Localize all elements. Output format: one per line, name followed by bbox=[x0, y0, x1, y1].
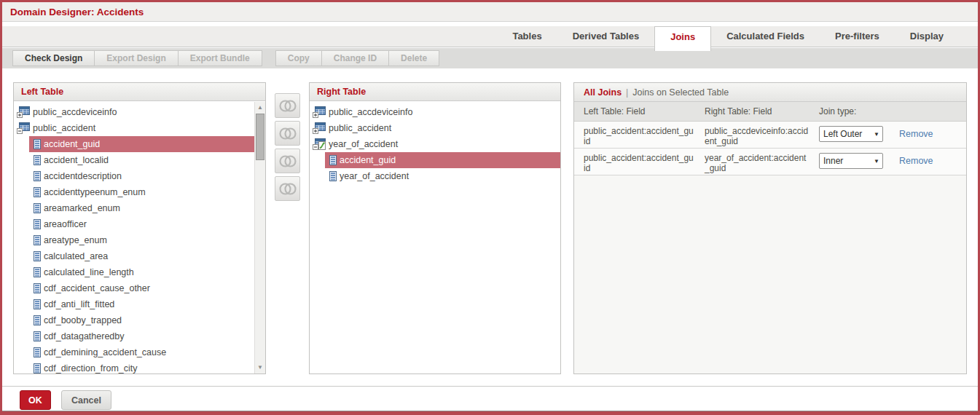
venn-circles-icon bbox=[278, 127, 297, 141]
tree-item-label: areatype_enum bbox=[44, 235, 107, 245]
export-bundle-button[interactable]: Export Bundle bbox=[178, 50, 262, 66]
tree-item-cdf-demining-accident-cause[interactable]: cdf_demining_accident_cause bbox=[29, 344, 254, 360]
left-field-cell: public_accident:accident_guid bbox=[584, 153, 695, 173]
joins-panel-header: All Joins|Joins on Selected Table bbox=[574, 83, 966, 102]
export-design-button[interactable]: Export Design bbox=[94, 50, 178, 66]
tree-item-cdf-accident-cause-other[interactable]: cdf_accident_cause_other bbox=[29, 280, 254, 296]
toolbar: Check DesignExport DesignExport Bundle C… bbox=[2, 48, 978, 68]
tab-joins[interactable]: Joins bbox=[654, 26, 711, 51]
tree-item-label: accident_guid bbox=[44, 139, 100, 149]
check-design-button[interactable]: Check Design bbox=[12, 50, 95, 66]
tree-item-year-of-accident[interactable]: year_of_accident bbox=[310, 136, 560, 152]
tree-item-label: accident_guid bbox=[340, 155, 396, 165]
tree-item-year-of-accident[interactable]: year_of_accident bbox=[325, 168, 560, 184]
scrollbar[interactable]: ▲ ▼ bbox=[254, 102, 265, 374]
copy-button[interactable]: Copy bbox=[275, 50, 322, 66]
tree-item-label: accidentdescription bbox=[44, 171, 122, 181]
left-table-tree: public_accdeviceinfopublic_accidentaccid… bbox=[14, 102, 265, 374]
tree-item-label: year_of_accident bbox=[340, 171, 409, 181]
change-id-button[interactable]: Change ID bbox=[321, 50, 389, 66]
window-bottom-border bbox=[2, 411, 978, 415]
right-field-cell: public_accdeviceinfo:accident_guid bbox=[705, 126, 810, 146]
tab-display[interactable]: Display bbox=[895, 26, 959, 47]
field-icon bbox=[329, 155, 337, 165]
all-joins-tab[interactable]: All Joins bbox=[584, 87, 622, 98]
tree-item-accident-localid[interactable]: accident_localid bbox=[29, 152, 254, 168]
tree-item-public-accdeviceinfo[interactable]: public_accdeviceinfo bbox=[14, 104, 254, 120]
tree-item-public-accdeviceinfo[interactable]: public_accdeviceinfo bbox=[310, 104, 560, 120]
tree-item-label: calculated_line_length bbox=[44, 267, 134, 277]
tree-item-areatype-enum[interactable]: areatype_enum bbox=[29, 232, 254, 248]
cancel-button[interactable]: Cancel bbox=[61, 390, 111, 410]
field-icon bbox=[34, 267, 41, 277]
tree-item-accident-guid[interactable]: accident_guid bbox=[29, 136, 254, 152]
join-type-button[interactable] bbox=[275, 93, 300, 118]
scroll-up-button[interactable]: ▲ bbox=[255, 103, 265, 113]
tree-item-label: accident_localid bbox=[44, 155, 109, 165]
venn-circles-icon bbox=[278, 99, 297, 113]
join-row: public_accident:accident_guidpublic_accd… bbox=[574, 122, 966, 149]
remove-link[interactable]: Remove bbox=[899, 156, 933, 166]
tree-item-calculated-area[interactable]: calculated_area bbox=[29, 248, 254, 264]
tree-item-label: cdf_direction_from_city bbox=[44, 363, 138, 374]
join-type-value: Inner bbox=[823, 156, 873, 166]
field-icon bbox=[34, 139, 41, 149]
tree-item-label: areamarked_enum bbox=[44, 203, 120, 213]
tab-calculated-fields[interactable]: Calculated Fields bbox=[711, 26, 820, 47]
scrollbar-thumb[interactable] bbox=[256, 114, 264, 160]
tree-item-public-accident[interactable]: public_accident bbox=[310, 120, 560, 136]
tree-item-label: accidenttypeenum_enum bbox=[44, 187, 146, 197]
tree-item-label: public_accdeviceinfo bbox=[329, 107, 412, 117]
edit-button-group: CopyChange IDDelete bbox=[275, 50, 439, 66]
joins-on-selected-table-tab[interactable]: Joins on Selected Table bbox=[632, 87, 729, 98]
domain-designer-window: Domain Designer: Accidents TablesDerived… bbox=[0, 0, 980, 415]
tree-item-public-accident[interactable]: public_accident bbox=[14, 120, 254, 136]
field-icon bbox=[34, 187, 41, 197]
tree-item-cdf-booby-trapped[interactable]: cdf_booby_trapped bbox=[29, 312, 254, 328]
tree-item-label: cdf_datagatheredby bbox=[44, 331, 125, 341]
join-type-select[interactable]: Left Outer▼ bbox=[819, 126, 883, 142]
tree-item-label: areaofficer bbox=[44, 219, 87, 229]
tab-derived-tables[interactable]: Derived Tables bbox=[557, 26, 655, 47]
join-type-value: Left Outer bbox=[823, 129, 873, 139]
tree-item-areaofficer[interactable]: areaofficer bbox=[29, 216, 254, 232]
scroll-down-button[interactable]: ▼ bbox=[255, 363, 265, 373]
table-collapsed-icon bbox=[313, 122, 326, 134]
footer-divider bbox=[2, 386, 978, 387]
chevron-down-icon: ▼ bbox=[874, 158, 879, 165]
tree-item-accidenttypeenum-enum[interactable]: accidenttypeenum_enum bbox=[29, 184, 254, 200]
tree-item-calculated-line-length[interactable]: calculated_line_length bbox=[29, 264, 254, 280]
right-table-panel: Right Table public_accdeviceinfopublic_a… bbox=[309, 82, 561, 374]
window-title: Domain Designer: Accidents bbox=[10, 2, 144, 22]
join-type-button[interactable] bbox=[275, 149, 300, 173]
table-collapsed-icon bbox=[313, 106, 326, 118]
tree-item-cdf-datagatheredby[interactable]: cdf_datagatheredby bbox=[29, 328, 254, 344]
join-type-button[interactable] bbox=[275, 176, 300, 201]
tree-item-areamarked-enum[interactable]: areamarked_enum bbox=[29, 200, 254, 216]
chevron-down-icon: ▼ bbox=[874, 131, 879, 138]
field-icon bbox=[329, 171, 337, 181]
tree-item-label: cdf_accident_cause_other bbox=[44, 283, 150, 293]
venn-circles-icon bbox=[278, 154, 297, 168]
join-type-button[interactable] bbox=[275, 121, 300, 146]
field-icon bbox=[34, 283, 41, 293]
left-table-panel-title: Left Table bbox=[14, 83, 265, 101]
join-row: public_accident:accident_guidyear_of_acc… bbox=[574, 149, 966, 175]
tree-item-label: public_accident bbox=[33, 123, 95, 133]
remove-link[interactable]: Remove bbox=[899, 129, 933, 139]
ok-button[interactable]: OK bbox=[20, 390, 51, 410]
field-icon bbox=[34, 251, 41, 261]
join-type-select[interactable]: Inner▼ bbox=[819, 153, 883, 169]
tab-pre-filters[interactable]: Pre-filters bbox=[820, 26, 895, 47]
tree-item-cdf-anti-lift-fitted[interactable]: cdf_anti_lift_fitted bbox=[29, 296, 254, 312]
tree-item-label: calculated_area bbox=[44, 251, 108, 261]
tab-tables[interactable]: Tables bbox=[497, 26, 557, 47]
delete-button[interactable]: Delete bbox=[388, 50, 439, 66]
right-field-cell: year_of_accident:accident_guid bbox=[705, 153, 810, 173]
tree-item-cdf-direction-from-city[interactable]: cdf_direction_from_city bbox=[29, 360, 254, 376]
tree-item-label: public_accdeviceinfo bbox=[33, 107, 117, 117]
tree-item-accident-guid[interactable]: accident_guid bbox=[325, 152, 560, 168]
tree-item-label: year_of_accident bbox=[329, 139, 398, 149]
tree-item-accidentdescription[interactable]: accidentdescription bbox=[29, 168, 254, 184]
table-collapsed-icon bbox=[17, 106, 30, 118]
